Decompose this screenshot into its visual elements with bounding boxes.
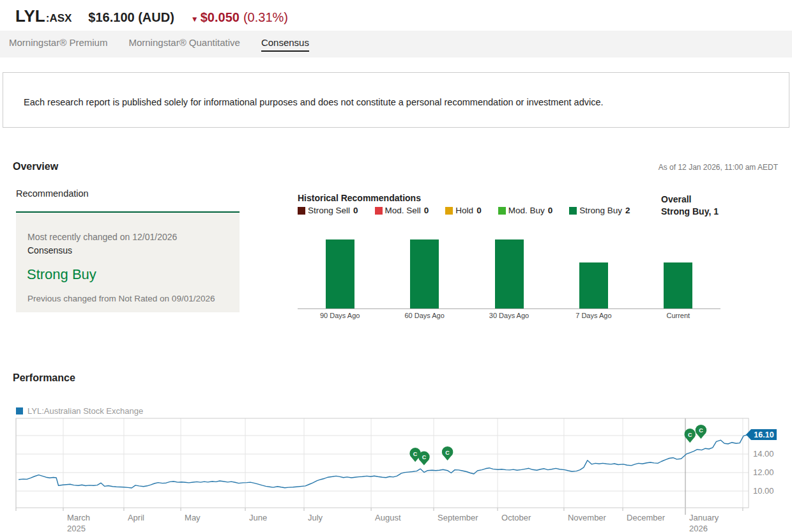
performance-legend: LYL:Australian Stock Exchange [16,406,143,416]
recommendation-changed-date: Most recently changed on 12/01/2026 [27,232,177,242]
month-label: October [501,513,531,522]
legend-item-mod-sell: Mod. Sell0 [375,206,429,215]
bar-current[interactable] [664,262,692,308]
tab-morningstar-quantitative[interactable]: Morningstar® Quantitative [128,37,240,52]
recommendation-previous: Previous changed from Not Rated on 09/01… [27,294,215,303]
month-label: May [185,513,201,522]
legend-swatch-icon [498,207,506,215]
ticker-exchange: :ASX [46,12,72,25]
tab-bar: Morningstar® Premium Morningstar® Quanti… [0,31,792,57]
legend-item-strong-sell: Strong Sell0 [298,206,358,215]
y-axis-label: 12.00 [753,467,774,477]
price-down-arrow-icon: ▼ [191,15,199,24]
recommendation-card: Most recently changed on 12/01/2026 Cons… [16,211,240,312]
bar-category-label: 7 Days Ago [565,312,622,319]
pin-letter: C [688,432,692,438]
legend-swatch-icon [445,207,453,215]
month-label: September [438,513,478,522]
legend-item-mod-buy: Mod. Buy0 [498,206,553,215]
performance-chart[interactable]: March2025AprilMayJuneJulyAugustSeptember… [0,415,792,532]
legend-swatch-icon [298,207,305,215]
bar-category-label: Current [650,312,707,319]
month-label: December [627,513,666,522]
month-label: April [128,513,144,522]
bar-category-label: 30 Days Ago [480,312,538,319]
year-label: 2026 [689,524,708,532]
performance-section-title: Performance [13,372,75,384]
legend-swatch-icon [569,207,577,215]
disclaimer-box: Each research report is published solely… [3,72,789,128]
last-price: $16.100 (AUD) [88,10,174,25]
bar-chart-axis [298,308,720,309]
month-label: January [689,513,719,522]
overview-section-title: Overview [13,161,58,172]
month-label: March [67,513,90,522]
overall-value: Strong Buy, 1 [661,206,719,218]
pin-letter: C [699,427,703,434]
series-label: LYL:Australian Stock Exchange [27,406,143,416]
recommendation-source: Consensus [27,245,72,255]
bar-category-label: 90 Days Ago [311,312,369,319]
month-label: November [568,513,607,522]
recommendation-rating: Strong Buy [27,266,96,283]
legend-item-strong-buy: Strong Buy2 [569,206,630,215]
disclaimer-text: Each research report is published solely… [24,97,604,107]
month-label: August [375,513,401,522]
price-change-percent: (0.31%) [243,10,288,25]
legend-item-hold: Hold0 [445,206,481,215]
month-label: July [308,513,323,522]
historical-recommendations-legend: Strong Sell0Mod. Sell0Hold0Mod. Buy0Stro… [298,206,630,215]
pin-letter: C [445,450,450,456]
month-label: June [249,513,267,522]
bar-90-days-ago[interactable] [326,239,354,308]
ticker-header: LYL:ASX $16.100 (AUD) ▼ $0.050 (0.31%) [15,6,288,26]
legend-swatch-icon [375,207,383,215]
tab-morningstar-premium[interactable]: Morningstar® Premium [9,37,107,52]
price-line [19,435,749,489]
bar-60-days-ago[interactable] [410,239,439,308]
y-axis-label: 10.00 [753,486,774,496]
tab-consensus[interactable]: Consensus [261,37,309,52]
historical-recommendations-title: Historical Recommendations [298,193,421,203]
bar-30-days-ago[interactable] [495,239,524,308]
y-axis-label: 14.00 [753,449,774,459]
price-change-group: ▼ $0.050 (0.31%) [191,10,288,25]
price-change: $0.050 [201,10,240,25]
historical-bar-chart[interactable]: 90 Days Ago60 Days Ago30 Days Ago7 Days … [298,230,720,319]
pin-letter: C [413,451,418,457]
year-label: 2025 [67,524,86,532]
recommendation-label: Recommendation [16,188,89,199]
last-price-badge-label: 16.10 [754,430,773,439]
overall-label: Overall [661,194,719,206]
overall-rating-block: Overall Strong Buy, 1 [661,194,719,218]
bar-7-days-ago[interactable] [579,262,608,308]
pin-letter: C [422,454,427,460]
bar-category-label: 60 Days Ago [396,312,453,319]
as-of-timestamp: As of 12 Jan 2026, 11:00 am AEDT [659,163,778,172]
ticker-symbol: LYL [15,6,45,26]
series-swatch-icon [16,407,23,414]
